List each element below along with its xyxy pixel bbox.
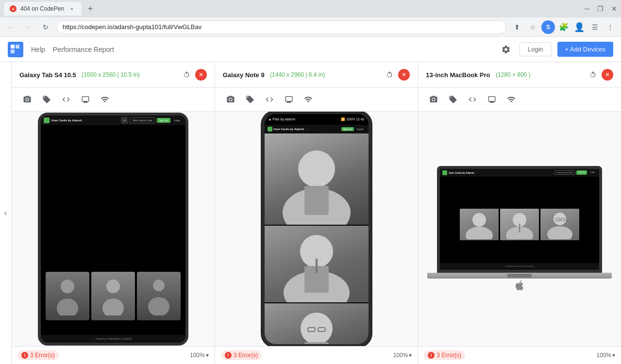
- left-arrow-icon: ‹: [4, 209, 7, 217]
- close-window-icon[interactable]: ✕: [611, 5, 617, 13]
- add-devices-button[interactable]: + Add Devices: [557, 42, 613, 57]
- laptop-wifi-btn[interactable]: [504, 92, 519, 107]
- device-panel-phone: Galaxy Note 9 (1440 x 2960 | 6.4 in) ✕: [215, 62, 419, 364]
- tab-favicon: 4: [10, 5, 17, 12]
- laptop-toolbar: [418, 88, 621, 112]
- devices-area: Galaxy Tab S4 10.5 (1600 x 2560 | 10.5 i…: [12, 62, 621, 364]
- phone-zoom-value: 100%: [393, 352, 408, 359]
- laptop-rotate-btn[interactable]: [586, 68, 600, 82]
- address-bar[interactable]: https://codepen.io/adarsh-gupta101/full/…: [56, 20, 506, 34]
- phone-preview: ▲ Plan by adarsh 📶 100% 12:42 User Cards…: [215, 112, 418, 346]
- laptop-mockup: User Cards by Adarsh View Source Code Si…: [432, 166, 607, 292]
- app-header-right: Login + Add Devices: [498, 42, 613, 57]
- phone-name: Galaxy Note 9: [223, 71, 265, 79]
- settings-btn[interactable]: [498, 42, 514, 57]
- phone-tag-btn[interactable]: [242, 92, 258, 107]
- sidebar-toggle[interactable]: ‹: [0, 62, 12, 364]
- laptop-zoom-control: 100% ▾: [596, 352, 615, 359]
- tablet-rotate-btn[interactable]: [180, 68, 193, 82]
- tablet-screen-btn[interactable]: [78, 92, 93, 107]
- svg-point-22: [466, 227, 493, 239]
- extensions-icon[interactable]: 🧩: [557, 20, 571, 34]
- bookmark-icon[interactable]: ☆: [526, 20, 539, 34]
- tablet-mockup: User Cards by Adarsh ▼ View Source Code …: [38, 113, 188, 346]
- tablet-zoom-chevron: ▾: [206, 352, 209, 359]
- app-logo: [8, 42, 23, 57]
- tablet-wifi-btn[interactable]: [97, 92, 113, 107]
- reading-list-icon[interactable]: ☰: [588, 20, 602, 34]
- laptop-camera-btn[interactable]: [426, 92, 441, 107]
- minimize-icon[interactable]: ─: [585, 5, 589, 13]
- laptop-zoom-dropdown[interactable]: 100% ▾: [596, 352, 615, 359]
- laptop-code-btn[interactable]: [465, 92, 480, 107]
- refresh-btn[interactable]: ↻: [39, 20, 52, 34]
- laptop-close-btn[interactable]: ✕: [602, 69, 613, 81]
- device-panel-tablet: Galaxy Tab S4 10.5 (1600 x 2560 | 10.5 i…: [12, 62, 215, 364]
- svg-rect-1: [16, 45, 19, 49]
- laptop-name: 13-inch MacBook Pro: [426, 71, 490, 79]
- laptop-zoom-value: 100%: [596, 352, 611, 359]
- tablet-zoom-dropdown[interactable]: 100% ▾: [190, 352, 209, 359]
- tablet-toolbar: [12, 88, 215, 112]
- tablet-zoom-value: 100%: [190, 352, 205, 359]
- laptop-zoom-chevron: ▾: [612, 352, 615, 359]
- login-button[interactable]: Login: [520, 42, 552, 56]
- svg-point-7: [153, 280, 165, 291]
- tablet-preview: User Cards by Adarsh ▼ View Source Code …: [12, 112, 215, 346]
- profile-avatar[interactable]: S: [541, 20, 555, 34]
- main-content: ‹ Galaxy Tab S4 10.5 (1600 x 2560 | 10.5…: [0, 62, 621, 364]
- tablet-camera-btn[interactable]: [19, 92, 35, 107]
- help-link[interactable]: Help: [31, 46, 45, 53]
- svg-point-3: [61, 280, 74, 293]
- forward-btn[interactable]: →: [21, 20, 35, 34]
- laptop-screen: User Cards by Adarsh View Source Code Si…: [437, 166, 602, 273]
- laptop-tag-btn[interactable]: [445, 92, 461, 107]
- profile-icon[interactable]: 👤: [572, 20, 586, 34]
- svg-rect-0: [11, 45, 15, 49]
- tablet-close-btn[interactable]: ✕: [195, 69, 207, 81]
- phone-error-badge[interactable]: ! 3 Error(s): [221, 350, 262, 360]
- tablet-header-actions: ✕: [180, 68, 207, 82]
- laptop-error-badge[interactable]: ! 3 Error(s): [424, 350, 465, 360]
- phone-footer: ! 3 Error(s) 100% ▾: [215, 346, 418, 364]
- phone-screen-btn[interactable]: [281, 92, 297, 107]
- back-btn[interactable]: ←: [4, 20, 17, 34]
- svg-point-5: [106, 280, 120, 293]
- tablet-zoom-control: 100% ▾: [190, 352, 209, 359]
- restore-icon[interactable]: ❐: [597, 5, 604, 13]
- phone-zoom-chevron: ▾: [409, 352, 412, 359]
- new-tab-btn[interactable]: +: [84, 2, 97, 16]
- laptop-screen-btn[interactable]: [484, 92, 500, 107]
- tablet-dims: (1600 x 2560 | 10.5 in): [80, 71, 140, 78]
- performance-report-link[interactable]: Performance Report: [53, 46, 114, 53]
- tablet-error-text: 3 Error(s): [30, 352, 55, 359]
- svg-point-21: [472, 213, 486, 227]
- menu-icon[interactable]: ⋮: [604, 20, 617, 34]
- error-icon: !: [21, 352, 28, 359]
- phone-rotate-btn[interactable]: [383, 68, 396, 82]
- phone-camera-btn[interactable]: [223, 92, 238, 107]
- phone-dims: (1440 x 2960 | 6.4 in): [269, 71, 325, 78]
- svg-point-8: [148, 297, 169, 315]
- tablet-error-badge[interactable]: ! 3 Error(s): [17, 350, 59, 360]
- svg-point-6: [102, 298, 124, 315]
- window-controls: ─ ❐ ✕: [585, 5, 617, 13]
- tablet-bottom-bar: ○ CodePen UnlimitedPen CodePen: [41, 335, 185, 343]
- laptop-header-actions: ✕: [586, 68, 613, 82]
- browser-nav-icons: ⬆ ☆ S 🧩 👤 ☰ ⋮: [510, 20, 617, 34]
- laptop-header: 13-inch MacBook Pro (1280 × 800 ) ✕: [418, 62, 621, 88]
- tablet-tag-btn[interactable]: [39, 92, 54, 107]
- active-tab[interactable]: 4 404 on CodePen ×: [4, 2, 82, 16]
- phone-zoom-dropdown[interactable]: 100% ▾: [393, 352, 412, 359]
- tab-close-btn[interactable]: ×: [68, 5, 76, 13]
- phone-close-btn[interactable]: ✕: [398, 69, 410, 81]
- phone-wifi-btn[interactable]: [301, 92, 316, 107]
- share-icon[interactable]: ⬆: [510, 20, 524, 34]
- svg-point-27: [547, 226, 572, 239]
- laptop-footer: ! 3 Error(s) 100% ▾: [418, 346, 621, 364]
- phone-code-btn[interactable]: [262, 92, 277, 107]
- tablet-screen: User Cards by Adarsh ▼ View Source Code …: [41, 116, 185, 335]
- app-header: Help Performance Report Login + Add Devi…: [0, 37, 621, 62]
- svg-rect-11: [304, 186, 329, 215]
- tablet-code-btn[interactable]: [58, 92, 74, 107]
